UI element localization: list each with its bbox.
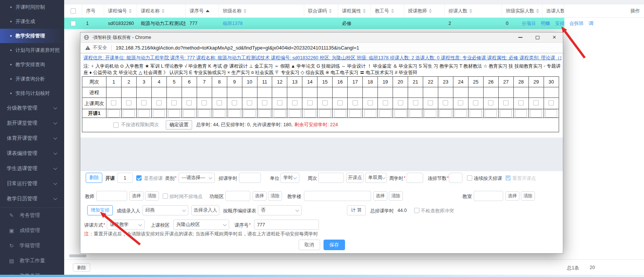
week-hours-input[interactable] — [304, 109, 316, 118]
progress-cell[interactable] — [333, 87, 348, 98]
odd-even-select[interactable]: 单双周 — [365, 173, 387, 183]
action-link-1[interactable]: 明细 — [541, 20, 550, 27]
progress-cell[interactable] — [227, 87, 242, 98]
sidebar-group-2[interactable]: 体育开课管理 — [0, 131, 64, 146]
progress-cell[interactable] — [317, 87, 333, 98]
progress-cell[interactable] — [257, 87, 272, 98]
week-checkbox[interactable] — [458, 100, 463, 105]
week-input[interactable] — [318, 173, 344, 183]
progress-cell[interactable] — [513, 87, 528, 98]
week-hours-input[interactable] — [138, 109, 150, 118]
action-link-4[interactable]: 调 — [589, 20, 593, 27]
hours-input[interactable] — [239, 173, 261, 183]
week-checkbox[interactable] — [262, 100, 267, 105]
sort-icon[interactable] — [536, 9, 539, 13]
progress-cell[interactable] — [151, 87, 166, 98]
building-clear-button[interactable]: 清除 — [389, 191, 403, 201]
progress-cell[interactable] — [242, 87, 257, 98]
sidebar-item-1[interactable]: 开课生成 — [0, 14, 64, 29]
week-hours-input[interactable] — [228, 109, 240, 118]
by-day-checkbox[interactable] — [467, 175, 472, 181]
week-checkbox[interactable] — [383, 100, 388, 105]
progress-cell[interactable] — [408, 87, 423, 98]
week-checkbox[interactable] — [518, 100, 524, 105]
horizontal-scrollbar[interactable] — [69, 254, 86, 257]
minimize-icon[interactable] — [512, 32, 529, 42]
grader-select[interactable]: 邱燕 — [142, 205, 188, 215]
calculate-button[interactable]: 计 算 — [347, 205, 366, 215]
progress-cell[interactable] — [212, 87, 227, 98]
week-hours-input[interactable] — [168, 109, 180, 118]
week-hours-input[interactable] — [198, 109, 210, 118]
progress-cell[interactable] — [423, 87, 438, 98]
pick-grader-button[interactable]: 选择录入人 — [191, 205, 219, 215]
sidebar-module-3[interactable]: ▤教学工作量 — [0, 253, 64, 268]
week-hours-input[interactable] — [319, 109, 331, 118]
week-hours-input[interactable] — [289, 109, 301, 118]
week-hours-input[interactable] — [545, 109, 557, 118]
course-no-input[interactable] — [254, 220, 319, 230]
sidebar-item-2[interactable]: 教学安排管理 — [0, 29, 64, 43]
week-checkbox[interactable] — [277, 100, 282, 105]
week-hours-input[interactable] — [530, 109, 542, 118]
schedule-enabled-checkbox[interactable] — [136, 175, 142, 181]
week-checkbox[interactable] — [443, 100, 448, 105]
week-checkbox[interactable] — [111, 100, 116, 105]
no-conflict-check-checkbox[interactable] — [414, 208, 419, 213]
column-header-3[interactable]: 课程名称 — [137, 5, 186, 17]
address-bar[interactable]: 不安全 192.168.75.216/kkglAction.do?method=… — [80, 43, 563, 53]
column-header-4[interactable]: 课序号 — [186, 5, 219, 17]
week-hours-input[interactable] — [183, 109, 195, 118]
sort-icon[interactable] — [329, 9, 332, 13]
progress-cell[interactable] — [453, 87, 468, 98]
column-header-10[interactable]: 排课人数 — [445, 5, 502, 17]
week-hours-input[interactable] — [410, 109, 422, 118]
progress-cell[interactable] — [121, 87, 136, 98]
sort-icon[interactable] — [206, 10, 210, 12]
week-checkbox[interactable] — [186, 100, 192, 105]
sidebar-item-4[interactable]: 教学安排查询 — [0, 57, 64, 72]
teacher-select-button[interactable]: 选择 — [129, 191, 143, 201]
column-header-1[interactable]: 序号 — [82, 5, 104, 17]
week-checkbox[interactable] — [292, 100, 297, 105]
week-hours-input[interactable] — [500, 109, 512, 118]
progress-cell[interactable] — [287, 87, 302, 98]
week-checkbox[interactable] — [413, 100, 418, 105]
sort-icon[interactable] — [363, 9, 366, 13]
week-checkbox[interactable] — [247, 100, 252, 105]
progress-cell[interactable] — [544, 87, 559, 98]
weekly-hours-input[interactable] — [407, 173, 423, 183]
campus-select[interactable]: 兴隆山校区 — [173, 220, 229, 230]
column-header-2[interactable]: 课程编号 — [104, 5, 137, 17]
progress-cell[interactable] — [498, 87, 513, 98]
week-checkbox[interactable] — [232, 100, 237, 105]
week-hours-input[interactable] — [213, 109, 225, 118]
week-hours-input[interactable] — [274, 109, 286, 118]
week-checkbox[interactable] — [202, 100, 207, 105]
week-hours-input[interactable] — [364, 109, 376, 118]
week-hours-input[interactable] — [123, 109, 135, 118]
save-button[interactable]: 保存 — [324, 240, 345, 250]
sidebar-item-6[interactable]: 安排与计划核对 — [0, 86, 64, 101]
sidebar-item-0[interactable]: 开课时间控制 — [0, 0, 64, 14]
week-checkbox[interactable] — [156, 100, 162, 105]
column-header-8[interactable]: 教工号 — [371, 5, 404, 17]
week-hours-input[interactable] — [424, 109, 436, 118]
building-input[interactable] — [304, 191, 371, 201]
week-hours-input[interactable] — [349, 109, 361, 118]
room-select-button[interactable]: 选择 — [505, 191, 519, 201]
week-checkbox[interactable] — [322, 100, 328, 105]
row-checkbox[interactable] — [71, 21, 76, 26]
start-point-button[interactable]: 开课点 — [346, 173, 364, 183]
week-checkbox[interactable] — [533, 100, 539, 105]
progress-cell[interactable] — [348, 87, 363, 98]
column-header-13[interactable]: 操作 — [564, 5, 644, 17]
week-checkbox[interactable] — [398, 100, 403, 105]
delete-selected-button[interactable]: 删除 — [73, 263, 90, 272]
progress-cell[interactable] — [197, 87, 212, 98]
column-header-7[interactable]: 课程属性 — [338, 5, 371, 17]
sidebar-group-4[interactable]: 学生选课管理 — [0, 161, 64, 176]
sidebar-module-2[interactable]: ↻学籍管理 — [0, 238, 64, 253]
progress-cell[interactable] — [528, 87, 544, 98]
column-header-9[interactable]: 授课教师 — [404, 5, 445, 17]
